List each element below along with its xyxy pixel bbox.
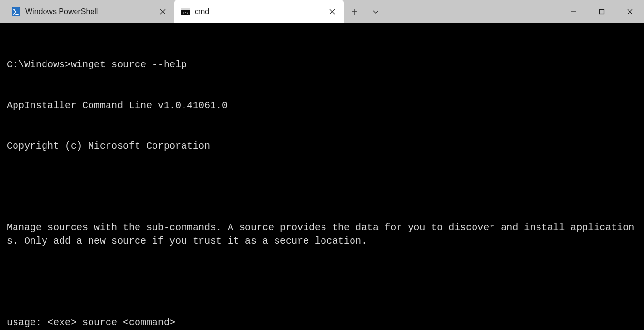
tab-title: Windows PowerShell [25,7,153,16]
tab-dropdown-button[interactable] [365,0,386,23]
output-line: AppInstaller Command Line v1.0.41061.0 [7,99,637,112]
terminal-pane[interactable]: C:\Windows>winget source --help AppInsta… [0,23,644,330]
powershell-icon [12,7,20,16]
output-line: Copyright (c) Microsoft Corporation [7,140,637,153]
tab-title: cmd [195,7,322,16]
prompt-command: winget source --help [71,59,187,70]
tab-close-button[interactable] [158,7,168,16]
minimize-button[interactable] [560,0,588,23]
titlebar: Windows PowerShell C:\ cmd [0,0,644,23]
output-line: Manage sources with the sub-commands. A … [7,221,637,248]
close-window-button[interactable] [616,0,644,23]
tab-cmd[interactable]: C:\ cmd [174,0,344,23]
prompt-line: C:\Windows>winget source --help [7,58,637,72]
svg-rect-7 [600,10,604,14]
tab-close-button[interactable] [327,7,337,16]
tab-powershell[interactable]: Windows PowerShell [5,0,174,23]
prompt-path: C:\Windows> [7,59,71,70]
cmd-icon: C:\ [181,7,190,16]
blank-line [7,275,637,289]
maximize-button[interactable] [588,0,616,23]
blank-line [7,180,637,194]
new-tab-button[interactable] [344,0,365,23]
svg-rect-4 [181,8,190,10]
window-controls [560,0,644,23]
svg-text:C:\: C:\ [183,11,189,15]
output-line: usage: <exe> source <command> [7,316,637,330]
titlebar-drag-region[interactable] [386,0,560,23]
